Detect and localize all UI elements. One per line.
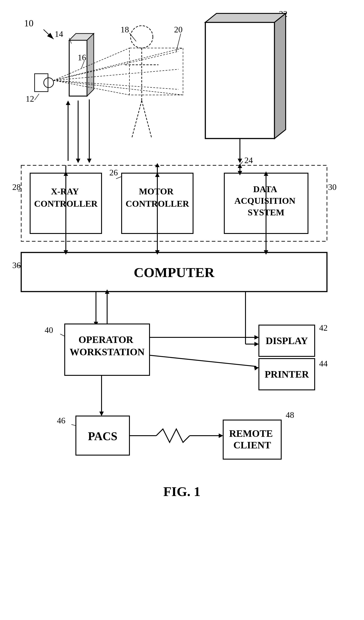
diagram-svg: 10 12 14 16: [0, 0, 364, 620]
svg-marker-67: [254, 335, 259, 340]
svg-marker-23: [238, 159, 242, 163]
ref20-label: 20: [174, 25, 183, 34]
display-label: DISPLAY: [266, 335, 308, 346]
ref18-label: 18: [120, 25, 129, 34]
svg-marker-73: [99, 412, 104, 416]
pacs-label: PACS: [88, 430, 117, 443]
svg-line-61: [60, 334, 65, 336]
svg-rect-9: [130, 48, 183, 95]
ref12-label: 12: [26, 94, 34, 103]
ref28-label: 28: [12, 182, 21, 192]
ref10-label: 10: [24, 18, 33, 28]
svg-line-0: [44, 30, 54, 39]
ref24-label: 24: [244, 155, 253, 165]
svg-marker-78: [219, 434, 223, 438]
svg-rect-21: [205, 22, 275, 139]
ref40-label: 40: [45, 325, 53, 335]
svg-line-18: [132, 101, 142, 139]
svg-marker-26: [76, 159, 80, 163]
ref16-label: 16: [78, 53, 86, 62]
svg-line-3: [35, 94, 39, 100]
fig-label: FIG. 1: [163, 484, 201, 499]
page: 10 12 14 16: [0, 0, 364, 620]
ref36-label: 36: [12, 261, 21, 270]
ref46-label: 46: [57, 416, 65, 425]
svg-marker-70: [254, 366, 259, 371]
svg-marker-42: [238, 164, 242, 168]
svg-marker-30: [87, 159, 91, 163]
ref42-label: 42: [319, 323, 328, 332]
svg-line-14: [130, 33, 136, 41]
svg-point-15: [131, 26, 153, 48]
svg-rect-1: [35, 74, 48, 92]
svg-line-69: [149, 355, 256, 366]
ref48-label: 48: [286, 410, 294, 419]
svg-line-74: [72, 424, 76, 426]
printer-label: PRINTER: [265, 369, 309, 380]
svg-marker-28: [66, 101, 70, 105]
ref26-label: 26: [109, 168, 118, 177]
computer-label: COMPUTER: [134, 265, 215, 280]
svg-point-2: [44, 78, 54, 88]
ref44-label: 44: [319, 359, 328, 368]
svg-marker-65: [254, 342, 259, 346]
ref30-label: 30: [328, 182, 336, 192]
ref14-label: 14: [55, 29, 63, 39]
svg-line-19: [142, 101, 152, 139]
svg-line-20: [176, 33, 181, 51]
